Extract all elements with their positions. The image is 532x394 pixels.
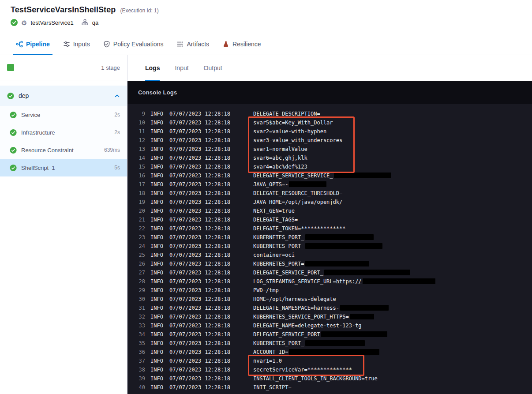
log-line-number: 32 [131,314,145,320]
log-time: 12:28:18 [205,128,230,135]
log-level: INFO [150,199,163,205]
log-level: INFO [150,120,163,126]
log-line: 20INFO07/07/202312:28:18NEXT_GEN=true [131,206,532,215]
page-title: TestServiceVarsInShellStep [11,5,116,15]
tab-label: Inputs [73,41,90,48]
tab-pipeline[interactable]: Pipeline [11,34,55,55]
log-message: HOME=/opt/harness-delegate [253,296,336,302]
log-line-number: 20 [131,208,145,214]
log-line: 36INFO07/07/202312:28:18ACCOUNT_ID= [131,348,532,356]
log-level: INFO [150,181,163,188]
log-message: JAVA_HOME=/opt/java/openjdk/ [253,199,342,205]
log-date: 07/07/2023 [169,243,201,249]
log-level: INFO [150,314,163,320]
console-tab-logs[interactable]: Logs [145,55,160,81]
log-line: 27INFO07/07/202312:28:18DELEGATE_SERVICE… [131,268,532,277]
console-tab-output[interactable]: Output [204,55,222,81]
log-level: INFO [150,243,163,249]
redaction-bar [363,278,435,284]
step-duration: 2s [114,112,120,118]
log-level: INFO [150,384,163,390]
tab-policy-evaluations[interactable]: Policy Evaluations [98,34,169,55]
log-line-number: 9 [131,111,145,117]
step-item-shellscript-1[interactable]: ShellScript_15s [0,159,127,176]
log-time: 12:28:18 [205,199,230,205]
log-time: 12:28:18 [205,225,230,232]
tab-label: Pipeline [26,41,50,48]
log-date: 07/07/2023 [169,375,201,382]
log-time: 12:28:18 [205,234,230,240]
tab-artifacts[interactable]: Artifacts [171,34,214,55]
log-line-number: 33 [131,323,145,329]
log-message: KUBERNETES_PORT_ [253,234,374,240]
log-date: 07/07/2023 [169,199,201,205]
log-time: 12:28:18 [205,190,230,196]
log-time: 12:28:18 [205,278,230,285]
log-level: INFO [150,173,163,179]
redaction-bar [321,331,387,337]
log-line-number: 14 [131,155,145,161]
log-date: 07/07/2023 [169,278,201,285]
log-message: JAVA_OPTS=- [253,181,326,188]
log-date: 07/07/2023 [169,146,201,152]
log-line-number: 17 [131,181,145,188]
console-header: Console Logs [127,81,532,104]
log-line-number: 13 [131,146,145,152]
step-item-infrastructure[interactable]: Infrastructure2s [0,124,127,141]
log-line: 33INFO07/07/202312:28:18DELEGATE_NAME=de… [131,321,532,330]
log-line: 29INFO07/07/202312:28:18PWD=/tmp [131,286,532,295]
step-duration: 639ms [104,147,120,153]
log-time: 12:28:18 [205,137,230,143]
check-circle-icon [7,92,14,99]
check-circle-icon [10,111,17,118]
log-line: 26INFO07/07/202312:28:18KUBERNETES_PORT= [131,259,532,268]
chevron-up-icon[interactable] [114,93,120,99]
policy-icon [103,41,110,48]
log-date: 07/07/2023 [169,305,201,311]
log-date: 07/07/2023 [169,323,201,329]
log-message: KUBERNETES_SERVICE_PORT_HTTPS= [253,314,374,320]
artifacts-icon [176,41,184,48]
step-item-resource-constraint[interactable]: Resource Constraint639ms [0,141,127,159]
log-date: 07/07/2023 [169,331,201,338]
log-time: 12:28:18 [205,252,230,258]
redaction-bar [305,234,374,240]
log-time: 12:28:18 [205,270,230,276]
log-time: 12:28:18 [205,375,230,382]
log-line: 30INFO07/07/202312:28:18HOME=/opt/harnes… [131,295,532,304]
log-level: INFO [150,323,163,329]
tab-resilience[interactable]: Resilience [217,34,266,55]
log-message: KUBERNETES_PORT= [253,261,369,267]
log-message: DELEGATE_TAGS= [253,217,298,223]
log-line: 9INFO07/07/202312:28:18DELEGATE_DESCRIPT… [131,109,532,118]
check-circle-icon [10,164,17,171]
log-link[interactable]: https:// [336,278,362,285]
log-lines: 9INFO07/07/202312:28:18DELEGATE_DESCRIPT… [127,104,532,392]
log-line-number: 22 [131,225,145,232]
log-message: svar3=value_with_underscores [253,137,342,143]
log-line-number: 26 [131,261,145,267]
log-level: INFO [150,111,163,117]
log-line: 14INFO07/07/202312:28:18svar6=abc,ghj,kl… [131,154,532,162]
tab-inputs[interactable]: Inputs [58,34,95,55]
log-date: 07/07/2023 [169,287,201,293]
redaction-bar [334,173,391,178]
log-date: 07/07/2023 [169,367,201,373]
log-date: 07/07/2023 [169,314,201,320]
redaction-bar [350,314,374,319]
log-line-number: 40 [131,384,145,390]
log-line: 32INFO07/07/202312:28:18KUBERNETES_SERVI… [131,312,532,321]
log-level: INFO [150,358,163,364]
log-level: INFO [150,225,163,232]
step-duration: 2s [114,129,120,135]
step-item-service[interactable]: Service2s [0,106,127,124]
stage-item-dep[interactable]: dep [0,86,127,106]
log-message: INSTALL_CLIENT_TOOLS_IN_BACKGROUND=true [253,375,378,382]
step-name-label: Infrastructure [21,129,55,136]
console-tab-input[interactable]: Input [175,55,188,81]
log-line-number: 35 [131,340,145,346]
log-level: INFO [150,190,163,196]
log-time: 12:28:18 [205,111,230,117]
log-time: 12:28:18 [205,181,230,188]
log-line: 35INFO07/07/202312:28:18KUBERNETES_PORT_ [131,339,532,348]
